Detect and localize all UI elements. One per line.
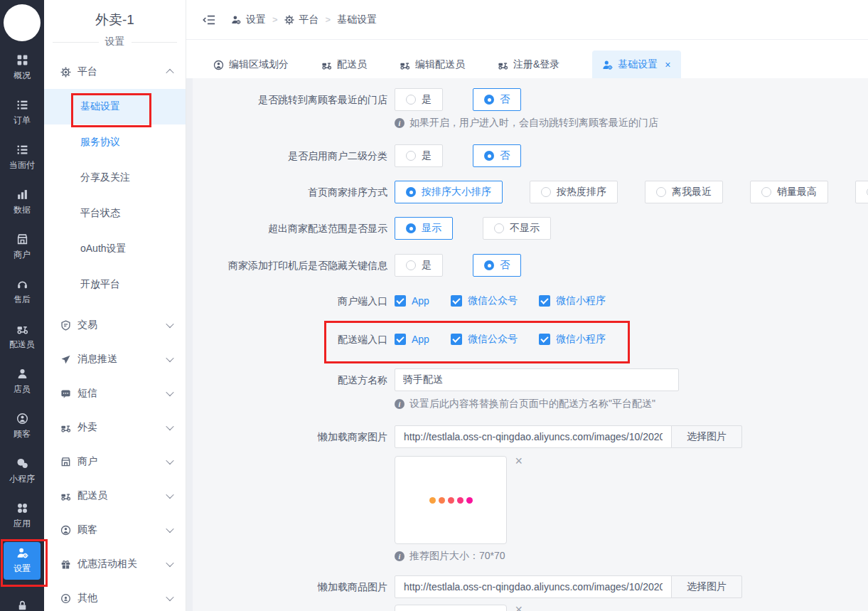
radio-yes[interactable]: 是 <box>395 88 443 111</box>
tab-edit-courier[interactable]: 编辑配送员 <box>400 51 465 79</box>
rail-item-merchant[interactable]: 商户 <box>0 225 44 270</box>
sidebar-item-platform-status[interactable]: 平台状态 <box>44 196 186 231</box>
field-hint: i 推荐图片大小：70*70 <box>395 549 868 563</box>
sidebar-group-promo[interactable]: 优惠活动相关 <box>44 547 186 581</box>
avatar[interactable] <box>4 4 41 41</box>
checkbox-checked-icon <box>395 295 406 307</box>
radio-icon <box>494 223 504 233</box>
rail-item-facepay[interactable]: 当面付 <box>0 135 44 180</box>
radio-no[interactable]: 否 <box>473 144 521 167</box>
rail-item-label: 应用 <box>14 518 31 530</box>
form-row-merchant-entry: 商户端入口 App 微信公众号 微信小程序 <box>186 294 868 308</box>
radio-icon <box>656 187 666 197</box>
sidebar-group-courier[interactable]: 配送员 <box>44 479 186 513</box>
pick-image-button[interactable]: 选择图片 <box>671 575 742 598</box>
tab-courier[interactable]: 配送员 <box>321 51 367 79</box>
form-row-nearest-store: 是否跳转到离顾客最近的门店 是 否 <box>186 88 868 111</box>
close-tab-icon[interactable]: × <box>665 59 670 70</box>
collapse-sidebar-icon[interactable] <box>203 14 215 26</box>
rail-item-label: 概况 <box>14 70 31 82</box>
tab-register-login[interactable]: 注册&登录 <box>498 51 559 79</box>
radio-no[interactable]: 否 <box>473 254 521 277</box>
list-icon <box>16 144 28 156</box>
breadcrumb-settings[interactable]: 设置 <box>231 14 266 26</box>
rail-item-customer[interactable]: 顾客 <box>0 404 44 449</box>
sidebar-group-sms[interactable]: 短信 <box>44 376 186 410</box>
sidebar-group-push[interactable]: 消息推送 <box>44 342 186 376</box>
checkbox-app[interactable]: App <box>395 295 429 307</box>
sidebar-group-merchant[interactable]: 商户 <box>44 445 186 479</box>
breadcrumb-platform[interactable]: 平台 <box>284 14 319 26</box>
checkbox-wechat-mini[interactable]: 微信小程序 <box>539 333 606 346</box>
tab-basic-settings[interactable]: 基础设置 × <box>592 51 680 79</box>
sidebar-item-service-agreement[interactable]: 服务协议 <box>44 124 186 160</box>
rail-item-clerk[interactable]: 店员 <box>0 359 44 404</box>
lock-icon <box>16 600 28 611</box>
remove-image-icon[interactable]: × <box>515 603 523 611</box>
rail-item-label: 配送员 <box>9 339 35 351</box>
pick-image-button[interactable]: 选择图片 <box>671 425 742 448</box>
sidebar-group-customer[interactable]: 顾客 <box>44 513 186 547</box>
rail-item-data[interactable]: 数据 <box>0 180 44 225</box>
radio-show[interactable]: 显示 <box>395 217 453 240</box>
sidebar-item-open-platform[interactable]: 开放平台 <box>44 267 186 302</box>
rail-item-overview[interactable]: 概况 <box>0 46 44 90</box>
info-icon: i <box>395 551 404 561</box>
rail-item-label: 小程序 <box>9 473 35 485</box>
checkbox-wechat-mini[interactable]: 微信小程序 <box>539 294 606 307</box>
rail-item-settings[interactable]: 设置 <box>4 542 41 580</box>
radio-sort-by-rating[interactable]: 评分最高 <box>855 181 868 203</box>
sidebar-item-share-follow[interactable]: 分享及关注 <box>44 160 186 196</box>
person-gear-icon <box>602 60 613 70</box>
rail-item-label: 订单 <box>14 115 31 127</box>
sidebar-group-other[interactable]: 其他 <box>44 581 186 611</box>
grid-icon <box>16 54 28 66</box>
radio-sort-by-distance[interactable]: 离我最近 <box>645 181 723 203</box>
radio-sort-by-heat[interactable]: 按热度排序 <box>530 181 618 203</box>
gear-icon <box>60 67 71 78</box>
rail-item-courier[interactable]: 配送员 <box>0 314 44 359</box>
sidebar-item-basic-settings[interactable]: 基础设置 <box>44 89 186 124</box>
chevron-down-icon <box>166 525 173 533</box>
rail-item-miniprogram[interactable]: 小程序 <box>0 449 44 494</box>
rail-item-permissions[interactable] <box>0 583 44 611</box>
headset-icon <box>16 278 28 290</box>
radio-sort-by-order[interactable]: 按排序大小排序 <box>395 181 503 203</box>
radio-yes[interactable]: 是 <box>395 144 443 167</box>
sidebar-group-takeout[interactable]: 外卖 <box>44 410 186 445</box>
checkbox-wechat-official[interactable]: 微信公众号 <box>451 294 518 307</box>
radio-yes[interactable]: 是 <box>395 254 443 277</box>
chevron-down-icon <box>166 388 173 396</box>
rail-item-aftersale[interactable]: 售后 <box>0 270 44 314</box>
field-label: 懒加载商品图片 <box>186 575 387 598</box>
merchant-image-preview: × <box>395 456 507 544</box>
field-label: 超出商家配送范围是否显示 <box>186 217 387 240</box>
rail-item-orders[interactable]: 订单 <box>0 90 44 135</box>
scooter-icon <box>321 60 332 70</box>
chevron-down-icon <box>166 491 173 499</box>
sidebar-group-trade[interactable]: 交易 <box>44 308 186 342</box>
merchant-image-url-input[interactable] <box>395 425 672 448</box>
rail-item-apps[interactable]: 应用 <box>0 494 44 538</box>
sidebar-item-oauth[interactable]: oAuth设置 <box>44 231 186 267</box>
radio-no[interactable]: 否 <box>473 88 521 111</box>
form-row-lazy-merchant-image: 懒加载商家图片 选择图片 <box>186 425 868 448</box>
list-icon <box>16 99 28 111</box>
field-label: 配送方名称 <box>186 368 387 391</box>
checkbox-wechat-official[interactable]: 微信公众号 <box>451 333 518 346</box>
settings-form: 是否跳转到离顾客最近的门店 是 否 i 如果开启，用户进入时，会自动跳转到离顾客… <box>186 78 868 611</box>
goods-image-url-input[interactable] <box>395 575 672 598</box>
tab-edit-region[interactable]: 编辑区域划分 <box>213 51 289 79</box>
breadcrumb-separator: > <box>272 14 278 25</box>
sidebar-group-platform[interactable]: 平台 <box>44 55 186 89</box>
checkbox-app[interactable]: App <box>395 334 429 345</box>
info-icon: i <box>395 118 404 128</box>
radio-sort-by-sales[interactable]: 销量最高 <box>750 181 828 203</box>
breadcrumb-separator: > <box>326 14 331 25</box>
remove-image-icon[interactable]: × <box>515 455 523 467</box>
gear-icon <box>284 15 294 25</box>
delivery-name-input[interactable] <box>395 368 679 391</box>
radio-hide[interactable]: 不显示 <box>483 217 551 240</box>
rail-item-label: 设置 <box>14 563 31 575</box>
sidebar-title: 外卖-1 <box>44 0 186 29</box>
